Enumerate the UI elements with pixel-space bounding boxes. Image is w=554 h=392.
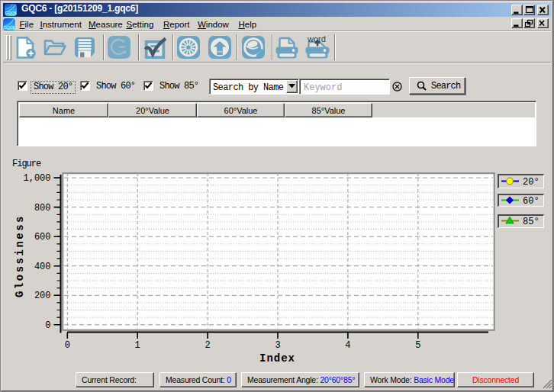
svg-text:600: 600 xyxy=(34,232,51,243)
svg-text:5: 5 xyxy=(415,340,420,351)
svg-text:4: 4 xyxy=(345,340,350,351)
svg-text:3: 3 xyxy=(275,340,280,351)
svg-text:2: 2 xyxy=(205,340,210,351)
svg-text:Index: Index xyxy=(259,352,295,365)
svg-text:1,000: 1,000 xyxy=(23,173,50,184)
svg-text:400: 400 xyxy=(34,262,51,272)
svg-text:85°: 85° xyxy=(523,217,540,227)
svg-text:200: 200 xyxy=(34,291,51,301)
svg-text:20°: 20° xyxy=(523,177,540,188)
svg-text:1: 1 xyxy=(135,340,140,351)
svg-text:60°: 60° xyxy=(523,196,540,207)
svg-text:GQC6: GQC6 xyxy=(5,11,16,15)
svg-text:800: 800 xyxy=(34,203,51,214)
svg-text:Glossiness: Glossiness xyxy=(14,214,26,297)
svg-text:0: 0 xyxy=(45,320,50,331)
svg-text:GQC6: GQC6 xyxy=(4,25,14,30)
svg-text:0: 0 xyxy=(65,340,70,351)
